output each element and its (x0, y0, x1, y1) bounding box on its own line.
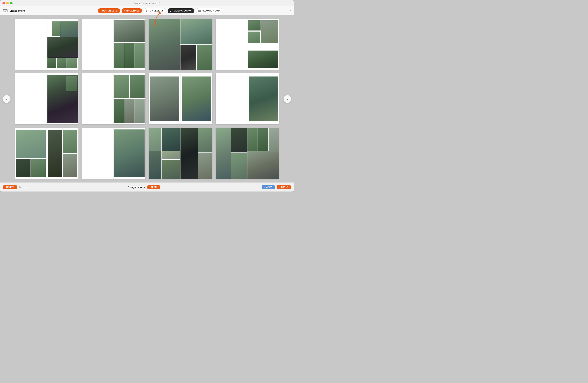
album-card-1[interactable] (15, 19, 79, 70)
footer-left: RESET ↻ ⟶ (3, 185, 26, 189)
footer-right: ‹ AREA ‹ STYLE (262, 185, 291, 189)
next-icon: › (287, 97, 288, 101)
design-sets-button[interactable]: › DESIGN SETS (98, 8, 120, 13)
album-grid (13, 15, 281, 182)
style-label: STYLE (281, 186, 288, 188)
area-label: AREA (266, 186, 272, 188)
reset-button[interactable]: RESET (3, 185, 17, 189)
album-card-3[interactable] (149, 19, 212, 70)
svg-rect-0 (3, 9, 7, 12)
magazines-label: MAGAZINES (126, 10, 140, 12)
chevron-icon-2: › (124, 10, 125, 12)
album-card-8[interactable] (216, 73, 279, 124)
next-button[interactable]: › (284, 95, 291, 103)
album-card-5[interactable] (15, 73, 79, 124)
main-content: ‹ (0, 15, 294, 182)
album-layouts-icon (198, 10, 201, 12)
album-card-4[interactable] (216, 19, 279, 70)
main-window: Fundy Designer Suite v10 Engagement › DE… (0, 0, 294, 192)
traffic-lights (2, 2, 13, 4)
close-traffic-light[interactable] (2, 2, 5, 4)
signing-books-button[interactable]: SIGNING BOOKS (168, 8, 194, 13)
album-layouts-button[interactable]: ALBUM LAYOUTS (196, 8, 223, 13)
album-layouts-label: ALBUM LAYOUTS (202, 10, 221, 12)
area-chevron-left: ‹ (264, 186, 265, 188)
toolbar-left: Engagement (3, 8, 25, 13)
album-card-6[interactable] (82, 73, 146, 124)
signing-books-icon (170, 10, 172, 12)
app-icon (3, 8, 8, 13)
window-close-button[interactable]: × (289, 9, 291, 13)
toolbar-buttons: › DESIGN SETS › MAGAZINES MY DESIGNS S (30, 8, 291, 13)
maximize-traffic-light[interactable] (10, 2, 13, 4)
chevron-icon: › (101, 10, 101, 12)
prev-icon: ‹ (6, 97, 7, 101)
project-name: Engagement (9, 9, 25, 12)
svg-rect-1 (4, 10, 5, 12)
album-card-7[interactable] (149, 73, 212, 124)
magazines-button[interactable]: › MAGAZINES (122, 8, 142, 13)
album-card-10[interactable] (82, 128, 146, 179)
design-sets-label: DESIGN SETS (102, 10, 117, 12)
refresh-icon[interactable]: ↻ (19, 185, 21, 189)
toolbar: Engagement › DESIGN SETS › MAGAZINES MY … (0, 6, 294, 15)
footer: RESET ↻ ⟶ Design Library OPEN ‹ AREA ‹ S… (0, 182, 294, 192)
window-title: Fundy Designer Suite v10 (134, 2, 160, 4)
minimize-traffic-light[interactable] (6, 2, 9, 4)
area-button[interactable]: ‹ AREA (262, 185, 275, 189)
my-designs-label: MY DESIGNS (150, 10, 164, 12)
prev-button[interactable]: ‹ (3, 95, 10, 103)
album-card-12[interactable] (216, 128, 279, 179)
open-button[interactable]: OPEN (147, 185, 160, 189)
footer-center: Design Library OPEN (29, 185, 259, 189)
album-card-9[interactable] (15, 128, 79, 179)
album-card-11[interactable] (149, 128, 212, 179)
title-bar: Fundy Designer Suite v10 (0, 0, 294, 6)
arrow-right-icon[interactable]: ⟶ (23, 186, 26, 189)
style-button[interactable]: ‹ STYLE (276, 185, 291, 189)
album-card-2[interactable] (82, 19, 146, 70)
signing-books-label: SIGNING BOOKS (173, 10, 192, 12)
design-library-label: Design Library (128, 186, 145, 189)
my-designs-icon (146, 10, 148, 12)
my-designs-button[interactable]: MY DESIGNS (144, 8, 166, 13)
style-chevron-left: ‹ (279, 186, 280, 188)
